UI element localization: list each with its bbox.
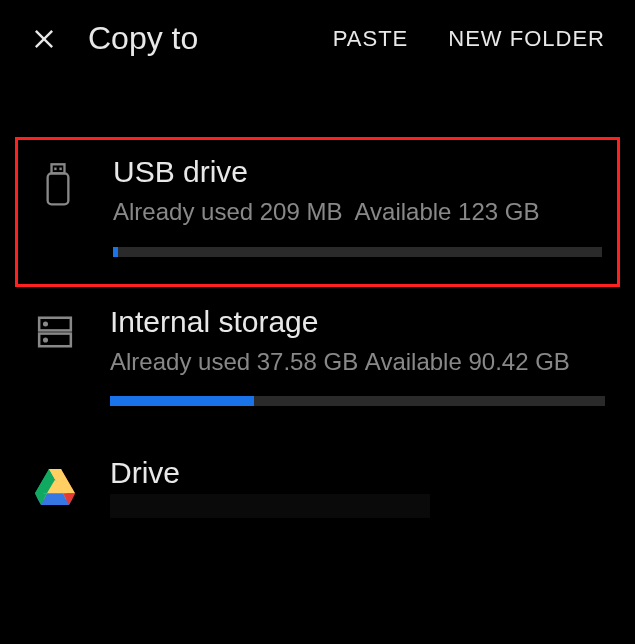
available-text: Available 90.42 GB	[365, 348, 570, 375]
icon-wrapper	[33, 163, 83, 207]
svg-point-9	[44, 338, 47, 341]
drive-title: Drive	[110, 456, 605, 490]
progress-bar	[113, 247, 602, 257]
used-text: Already used 37.58 GB	[110, 348, 358, 375]
storage-info: Already used 209 MB Available 123 GB	[113, 195, 602, 229]
paste-button[interactable]: PASTE	[333, 26, 409, 52]
storage-title: USB drive	[113, 155, 602, 189]
storage-item-drive[interactable]: Drive	[0, 436, 635, 538]
close-icon	[30, 25, 58, 53]
google-drive-icon	[35, 469, 75, 505]
used-text: Already used 209 MB	[113, 198, 342, 225]
storage-item-usb[interactable]: USB drive Already used 209 MB Available …	[15, 137, 620, 287]
svg-rect-5	[48, 173, 69, 204]
available-text: Available 123 GB	[354, 198, 539, 225]
storage-content: Internal storage Already used 37.58 GB A…	[110, 305, 605, 407]
close-button[interactable]	[30, 25, 58, 53]
svg-point-8	[44, 322, 47, 325]
storage-info: Already used 37.58 GB Available 90.42 GB	[110, 345, 605, 379]
progress-fill	[113, 247, 118, 257]
icon-wrapper	[30, 469, 80, 505]
progress-fill	[110, 396, 254, 406]
new-folder-button[interactable]: NEW FOLDER	[448, 26, 605, 52]
usb-icon	[42, 163, 74, 207]
storage-title: Internal storage	[110, 305, 605, 339]
progress-bar	[110, 396, 605, 406]
page-title: Copy to	[88, 20, 303, 57]
header: Copy to PASTE NEW FOLDER	[0, 0, 635, 77]
svg-rect-2	[52, 164, 65, 173]
drive-account-redacted	[110, 494, 430, 518]
storage-list: USB drive Already used 209 MB Available …	[0, 137, 635, 538]
icon-wrapper	[30, 313, 80, 351]
storage-content: Drive	[110, 456, 605, 518]
header-actions: PASTE NEW FOLDER	[333, 26, 605, 52]
storage-item-internal[interactable]: Internal storage Already used 37.58 GB A…	[0, 287, 635, 437]
storage-content: USB drive Already used 209 MB Available …	[113, 155, 602, 257]
storage-icon	[36, 313, 74, 351]
